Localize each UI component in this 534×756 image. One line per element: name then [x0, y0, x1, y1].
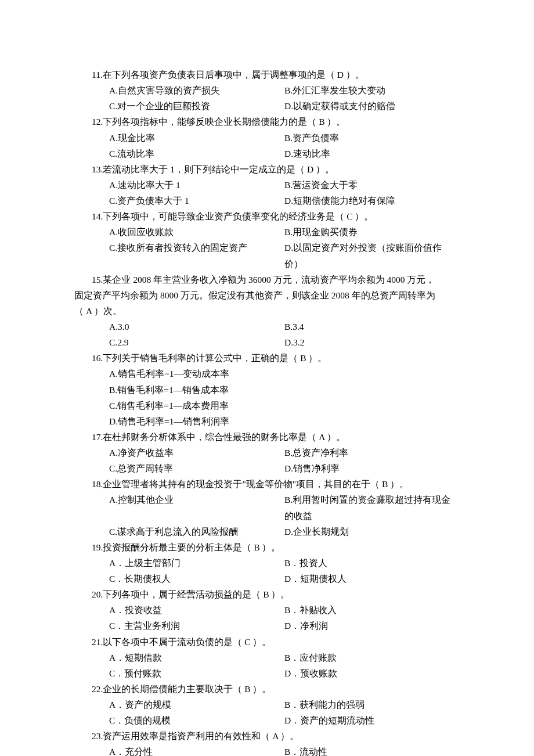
option: D．资产的短期流动性 [284, 712, 460, 728]
option: D．短期债权人 [284, 571, 460, 586]
option: B.总资产净利率 [284, 445, 460, 460]
question-12: 12.下列各项指标中，能够反映企业长期偿债能力的是（ B ）。 [92, 114, 460, 129]
option-row: A．资产的规模B．获利能力的强弱 [109, 697, 460, 712]
option-row: C.2.9D.3.2 [109, 334, 460, 350]
option: B.销售毛利率=1—销售成本率 [109, 382, 460, 398]
option: D.以确定获得或支付的赔偿 [284, 98, 460, 114]
question-14: 14.下列各项中，可能导致企业资产负债率变化的经济业务是（ C ）。 [92, 208, 460, 224]
option: C.资产负债率大于 1 [109, 193, 284, 208]
option: A.控制其他企业 [109, 492, 284, 523]
option: B．应付账款 [284, 650, 460, 665]
question-13: 13.若流动比率大于 1，则下列结论中一定成立的是（ D ）。 [92, 161, 460, 177]
option: D.速动比率 [284, 146, 460, 161]
option-row: A.收回应收账款B.用现金购买债券 [109, 224, 460, 240]
option: A.现金比率 [109, 130, 284, 146]
option: B．获利能力的强弱 [284, 697, 460, 712]
option-row: C.接收所有者投资转入的固定资产D.以固定资产对外投资（按账面价值作价） [109, 240, 460, 271]
option-row: C．主营业务利润D．净利润 [109, 618, 460, 633]
option-row: A.自然灾害导致的资产损失B.外汇汇率发生较大变动 [109, 82, 460, 98]
option: C.对一个企业的巨额投资 [109, 98, 284, 114]
option-row: A.净资产收益率B.总资产净利率 [109, 445, 460, 460]
option-row: A．短期借款B．应付账款 [109, 650, 460, 665]
option: C．预付账款 [109, 665, 284, 681]
option: A.销售毛利率=1—变动成本率 [109, 366, 460, 381]
question-15: 15.某企业 2008 年主营业务收入净额为 36000 万元，流动资产平均余额… [92, 272, 460, 287]
option-row: A．充分性B．流动性 [109, 744, 460, 756]
option: B．流动性 [284, 744, 460, 756]
option-row: A.速动比率大于 1B.营运资金大于零 [109, 177, 460, 193]
option: B.资产负债率 [284, 130, 460, 146]
option: B．投资人 [284, 555, 460, 571]
option: A．短期借款 [109, 650, 284, 665]
option: C.流动比率 [109, 146, 284, 161]
option: C．长期债权人 [109, 571, 284, 586]
option-row: C．预付账款D．预收账款 [109, 665, 460, 681]
option: A．上级主管部门 [109, 555, 284, 571]
option: A.3.0 [109, 319, 284, 334]
option-row: C.谋求高于利息流入的风险报酬D.企业长期规划 [109, 524, 460, 539]
question-cont: （ A ）次。 [74, 303, 460, 319]
option: A.自然灾害导致的资产损失 [109, 82, 284, 98]
option-row: C．长期债权人D．短期债权人 [109, 571, 460, 586]
option: A．资产的规模 [109, 697, 284, 712]
question-21: 21.以下各项中不属于流动负债的是（ C ）。 [92, 634, 460, 650]
option-row: A．上级主管部门B．投资人 [109, 555, 460, 571]
option: D.短期偿债能力绝对有保障 [284, 193, 460, 208]
option: C.2.9 [109, 334, 284, 350]
option: D.3.2 [284, 334, 460, 350]
option: B．补贴收入 [284, 602, 460, 618]
option: A.速动比率大于 1 [109, 177, 284, 193]
question-23: 23.资产运用效率是指资产利用的有效性和（ A ）。 [92, 728, 460, 744]
question-16: 16.下列关于销售毛利率的计算公式中，正确的是（ B ）。 [92, 350, 460, 366]
option-row: C．负债的规模D．资产的短期流动性 [109, 712, 460, 728]
option-row: A.3.0B.3.4 [109, 319, 460, 334]
option: B.外汇汇率发生较大变动 [284, 82, 460, 98]
question-11: 11.在下列各项资产负债表日后事项中，属于调整事项的是（ D ）。 [92, 67, 460, 82]
page: 11.在下列各项资产负债表日后事项中，属于调整事项的是（ D ）。A.自然灾害导… [0, 0, 534, 756]
question-17: 17.在杜邦财务分析体系中，综合性最强的财务比率是（ A ）。 [92, 429, 460, 445]
option: D．净利润 [284, 618, 460, 633]
option-row: A.控制其他企业B.利用暂时闲置的资金赚取超过持有现金的收益 [109, 492, 460, 523]
question-20: 20.下列各项中，属于经营活动损益的是（ B ）。 [92, 586, 460, 602]
option: B.营运资金大于零 [284, 177, 460, 193]
option-row: A.现金比率B.资产负债率 [109, 130, 460, 146]
option: A．充分性 [109, 744, 284, 756]
option: B.利用暂时闲置的资金赚取超过持有现金的收益 [284, 492, 460, 523]
option-row: C.总资产周转率D.销售净利率 [109, 460, 460, 476]
option: D.企业长期规划 [284, 524, 460, 539]
option: C.销售毛利率=1—成本费用率 [109, 398, 460, 413]
option: C．负债的规模 [109, 712, 284, 728]
option: C.接收所有者投资转入的固定资产 [109, 240, 284, 271]
option: D.以固定资产对外投资（按账面价值作价） [284, 240, 460, 271]
option: D.销售毛利率=1—销售利润率 [109, 413, 460, 429]
question-cont: 固定资产平均余额为 8000 万元。假定没有其他资产，则该企业 2008 年的总… [74, 287, 460, 303]
option: B.用现金购买债券 [284, 224, 460, 240]
option: B.3.4 [284, 319, 460, 334]
question-19: 19.投资报酬分析最主要的分析主体是（ B ）。 [92, 539, 460, 555]
option-row: A．投资收益B．补贴收入 [109, 602, 460, 618]
option: D.销售净利率 [284, 460, 460, 476]
option: A.净资产收益率 [109, 445, 284, 460]
option-row: C.对一个企业的巨额投资D.以确定获得或支付的赔偿 [109, 98, 460, 114]
option: C.谋求高于利息流入的风险报酬 [109, 524, 284, 539]
option: C.总资产周转率 [109, 460, 284, 476]
question-22: 22.企业的长期偿债能力主要取决于（ B ）。 [92, 681, 460, 697]
option: D．预收账款 [284, 665, 460, 681]
option: C．主营业务利润 [109, 618, 284, 633]
option-row: C.资产负债率大于 1D.短期偿债能力绝对有保障 [109, 193, 460, 208]
option: A．投资收益 [109, 602, 284, 618]
option: A.收回应收账款 [109, 224, 284, 240]
option-row: C.流动比率D.速动比率 [109, 146, 460, 161]
question-18: 18.企业管理者将其持有的现金投资于"现金等价物"项目，其目的在于（ B ）。 [92, 476, 460, 492]
